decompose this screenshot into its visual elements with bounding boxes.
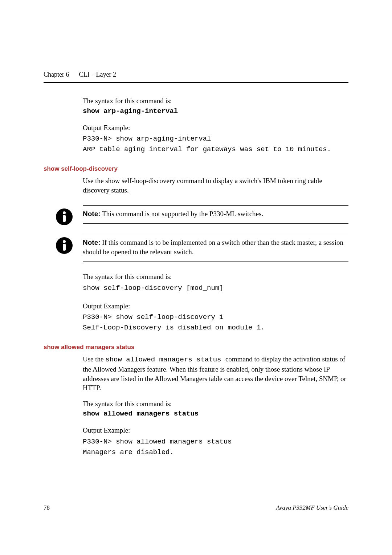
note-block: Note: If this command is to be implement… [83, 234, 348, 262]
running-head-text: Chapter 6 CLI – Layer 2 [44, 71, 348, 82]
chapter-number: Chapter 6 [44, 71, 69, 78]
allowed-intro: Use the show allowed managers status com… [83, 355, 348, 393]
inline-command: show allowed managers status [105, 356, 225, 364]
allowed-intro-block: Use the show allowed managers status com… [83, 355, 348, 457]
note-block: Note: This command is not supported by t… [83, 205, 348, 224]
output-line: P330-N> show allowed managers status [83, 437, 348, 447]
syntax-command: show allowed managers status [83, 410, 348, 418]
note-content: If this command is to be implemented on … [83, 239, 343, 256]
note-body: Note: If this command is to be implement… [83, 234, 348, 262]
selfloop-intro: Use the show self-loop-discovery command… [83, 176, 348, 195]
section-heading-self-loop: show self-loop-discovery [44, 165, 348, 173]
syntax-intro: The syntax for this command is: [83, 272, 348, 281]
selfloop-syntax: The syntax for this command is: show sel… [83, 272, 348, 333]
info-icon [56, 208, 73, 225]
output-label: Output Example: [83, 301, 348, 311]
output-line: P330-N> show arp-aging-interval [83, 134, 348, 144]
selfloop-intro-block: Use the show self-loop-discovery command… [83, 176, 348, 195]
output-line: P330-N> show self-loop-discovery 1 [83, 312, 348, 323]
page: Chapter 6 CLI – Layer 2 The syntax for t… [0, 0, 392, 555]
output-line: Self-Loop-Discovery is disabled on modul… [83, 323, 348, 333]
syntax-command: show arp-aging-interval [83, 107, 348, 115]
note-text: Note: This command is not supported by t… [83, 209, 263, 219]
syntax-intro: The syntax for this command is: [83, 399, 348, 409]
output-line: ARP table aging interval for gateways wa… [83, 144, 348, 155]
note-label: Note: [83, 239, 101, 246]
header-rule [44, 82, 348, 83]
note-body: Note: This command is not supported by t… [83, 206, 348, 224]
output-line: Managers are disabled. [83, 447, 348, 458]
note-text: Note: If this command is to be implement… [83, 238, 348, 256]
output-label: Output Example: [83, 123, 348, 133]
footer: 78 Avaya P332MF User's Guide [44, 501, 348, 511]
chapter-title: CLI – Layer 2 [79, 71, 116, 78]
footer-rule [44, 501, 348, 501]
note-rule [83, 223, 348, 224]
note-rule [83, 262, 348, 262]
body: The syntax for this command is: show arp… [44, 96, 348, 457]
syntax-intro: The syntax for this command is: [83, 96, 348, 106]
info-icon [56, 237, 73, 254]
intro-prefix: Use the [83, 355, 105, 363]
note-label: Note: [83, 210, 101, 218]
section-heading-allowed-managers: show allowed managers status [44, 344, 348, 351]
syntax-command: show self-loop-discovery [mod_num] [83, 283, 348, 293]
running-head: Chapter 6 CLI – Layer 2 [44, 71, 348, 83]
output-label: Output Example: [83, 426, 348, 435]
arp-section: The syntax for this command is: show arp… [83, 96, 348, 154]
doc-title: Avaya P332MF User's Guide [276, 504, 348, 511]
note-content: This command is not supported by the P33… [101, 210, 264, 218]
footer-row: 78 Avaya P332MF User's Guide [44, 504, 348, 511]
page-number: 78 [44, 504, 50, 511]
